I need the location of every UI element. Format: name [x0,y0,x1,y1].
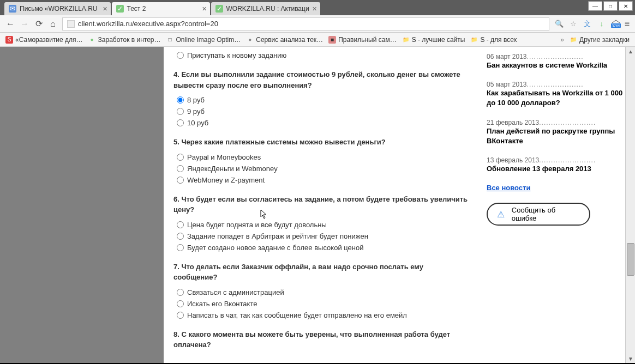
radio-option[interactable]: 8 руб [177,96,468,104]
url-text: client.workzilla.ru/executive.aspx?contr… [78,20,218,28]
report-error-label: Сообщить об ошибке [512,206,582,222]
tab-strip: ✉ Письмо «WORKZILLA.RU ✕ ✓ Тест 2 ✕ ✓ WO… [0,0,635,15]
bookmark-item[interactable]: S«Саморазвитие для… [5,36,83,44]
radio-input[interactable] [177,233,184,240]
radio-input[interactable] [177,108,184,115]
radio-option[interactable]: Приступать к новому заданию [177,51,468,59]
radio-input[interactable] [177,96,184,104]
star-icon[interactable]: ☆ [568,20,579,28]
maximize-button[interactable]: □ [603,1,618,11]
option-label: 9 руб [187,107,205,116]
radio-input[interactable] [177,312,184,319]
close-icon[interactable]: ✕ [202,5,207,13]
download-icon[interactable]: ↓ [596,20,607,28]
news-title: План действий по раскрутке группы ВКонта… [487,126,626,146]
option-label: ЯндексДеньги и Webmoney [187,165,278,173]
back-button[interactable]: ← [5,19,15,29]
main-content: Приступать к новому заданию 4. Если вы в… [164,47,478,363]
browser-tab-1[interactable]: ✓ Тест 2 ✕ [112,2,210,15]
radio-input[interactable] [177,300,184,307]
browser-tab-0[interactable]: ✉ Письмо «WORKZILLA.RU ✕ [4,2,111,15]
home-button[interactable]: ⌂ [48,19,58,29]
news-item[interactable]: 06 март 2013........................ Бан… [487,52,626,70]
scrollbar[interactable]: ▲ ▼ [625,47,635,363]
option-label: WebMoney и Z-payment [187,176,265,184]
forward-button[interactable]: → [20,19,29,29]
extension-icon[interactable]: 3769 [610,20,621,28]
question-6: 6. Что будет если вы согласитесь на зада… [173,194,468,252]
scroll-down-icon[interactable]: ▼ [626,354,635,363]
question-text: 5. Через какие платежные системы можно в… [173,137,468,148]
radio-option[interactable]: WebMoney и Z-payment [177,176,468,184]
radio-option[interactable]: Написать в чат, так как сообщение будет … [177,311,468,319]
radio-input[interactable] [177,165,184,172]
news-item[interactable]: 05 март 2013........................ Как… [487,80,626,108]
radio-input[interactable] [177,52,184,59]
option-label: Приступать к новому заданию [187,51,286,59]
radio-option[interactable]: Будет создано новое задание с более высо… [177,244,468,252]
bookmark-item[interactable]: ●Сервис анализа тек… [246,36,323,44]
other-bookmarks[interactable]: 📁Другие закладки [570,36,630,44]
toolbar-right: 🔍 ☆ 文 ↓ 3769 ≡ [554,19,630,29]
scrollbar-thumb[interactable] [627,243,634,276]
news-date: 05 март 2013........................ [487,81,584,88]
bookmark-item[interactable]: ●Заработок в интер… [88,36,161,44]
translate-icon[interactable]: 文 [582,20,593,28]
tab-title: WORKZILLA.RU : Активаци [226,5,309,13]
radio-input[interactable] [177,244,184,251]
radio-input[interactable] [177,289,184,296]
search-icon[interactable]: 🔍 [554,20,565,28]
news-title: Как зарабатывать на Workzilla от 1 000 д… [487,88,626,108]
radio-input[interactable] [177,221,184,228]
folder-icon: 📁 [470,36,478,44]
option-label: 8 руб [187,96,205,104]
window-close-button[interactable]: ✕ [619,1,633,11]
question-text: 6. Что будет если вы согласитесь на зада… [173,194,468,215]
radio-input[interactable] [177,119,184,126]
address-bar[interactable]: client.workzilla.ru/executive.aspx?contr… [62,17,549,31]
news-item[interactable]: 21 февраль 2013........................ … [487,118,626,146]
site-icon: ■ [328,36,336,44]
radio-option[interactable]: 9 руб [177,107,468,116]
browser-tab-2[interactable]: ✓ WORKZILLA.RU : Активаци ✕ [211,2,320,15]
scroll-up-icon[interactable]: ▲ [626,47,635,56]
option-label: Задание попадет в Арбитраж и рейтинг буд… [187,232,368,240]
option-label: Написать в чат, так как сообщение будет … [187,311,407,319]
close-icon[interactable]: ✕ [312,5,317,13]
radio-option[interactable]: Цена будет поднята и все будут довольны [177,221,468,229]
check-icon: ✓ [116,5,124,13]
warning-icon: ⚠ [495,209,506,220]
reload-button[interactable]: ⟳ [34,19,44,29]
radio-option[interactable]: Связаться с администрацией [177,288,468,296]
close-icon[interactable]: ✕ [103,5,107,13]
radio-option[interactable]: 10 руб [177,119,468,127]
minimize-button[interactable]: — [588,1,602,11]
bookmark-folder[interactable]: 📁S - лучшие сайты [402,36,465,44]
all-news-link[interactable]: Все новости [487,184,626,192]
mail-icon: ✉ [9,5,16,13]
page-icon [67,20,75,28]
radio-option[interactable]: Paypal и Moneybookes [177,153,468,161]
menu-icon[interactable]: ≡ [625,19,630,29]
radio-input[interactable] [177,177,184,184]
option-label: Paypal и Moneybookes [187,153,261,161]
toolbar: ← → ⟳ ⌂ client.workzilla.ru/executive.as… [0,15,635,33]
bookmark-item[interactable]: □Online Image Optim… [166,36,241,44]
svg-text:3769: 3769 [612,24,620,28]
bookmark-item[interactable]: ■Правильный сам… [328,36,397,44]
bookmark-folder[interactable]: 📁S - для всех [470,36,517,44]
news-date: 13 февраль 2013........................ [487,156,596,164]
tab-title: Письмо «WORKZILLA.RU [20,5,98,13]
news-item[interactable]: 13 февраль 2013........................ … [487,156,626,174]
radio-option[interactable]: Задание попадет в Арбитраж и рейтинг буд… [177,232,468,240]
question-text: 7. Что делать если Заказчик оффлайн, а в… [173,262,468,283]
question-7: 7. Что делать если Заказчик оффлайн, а в… [173,262,468,319]
sidebar: 06 март 2013........................ Бан… [478,47,635,363]
folder-icon: 📁 [570,36,577,44]
radio-option[interactable]: Искать его Вконтакте [177,300,468,308]
radio-input[interactable] [177,154,184,161]
report-error-button[interactable]: ⚠ Сообщить об ошибке [487,203,590,226]
overflow-chevron[interactable]: » [560,36,564,44]
radio-option[interactable]: ЯндексДеньги и Webmoney [177,165,468,173]
news-date: 21 февраль 2013........................ [487,119,596,126]
